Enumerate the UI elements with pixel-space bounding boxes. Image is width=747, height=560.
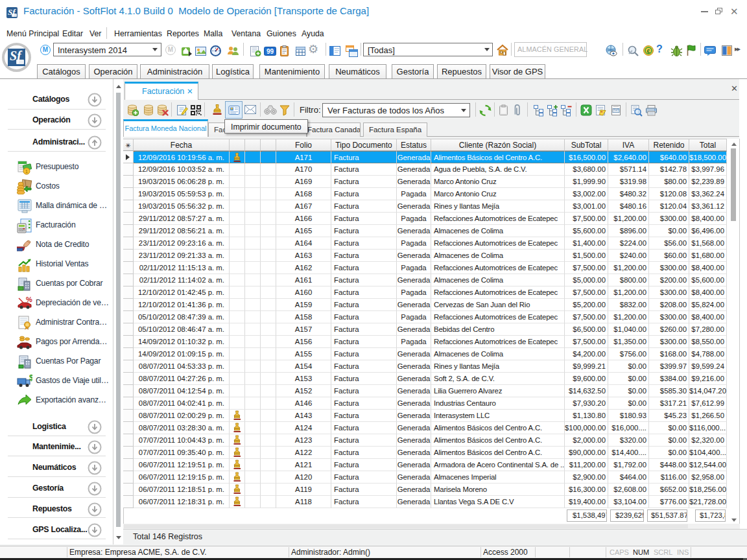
svg-text:€: € xyxy=(646,48,650,54)
svg-text:1: 1 xyxy=(25,169,28,174)
svg-text:%: % xyxy=(26,296,32,303)
svg-text:$: $ xyxy=(29,373,32,382)
svg-text:99: 99 xyxy=(267,48,274,55)
svg-text:TXT: TXT xyxy=(613,109,619,112)
